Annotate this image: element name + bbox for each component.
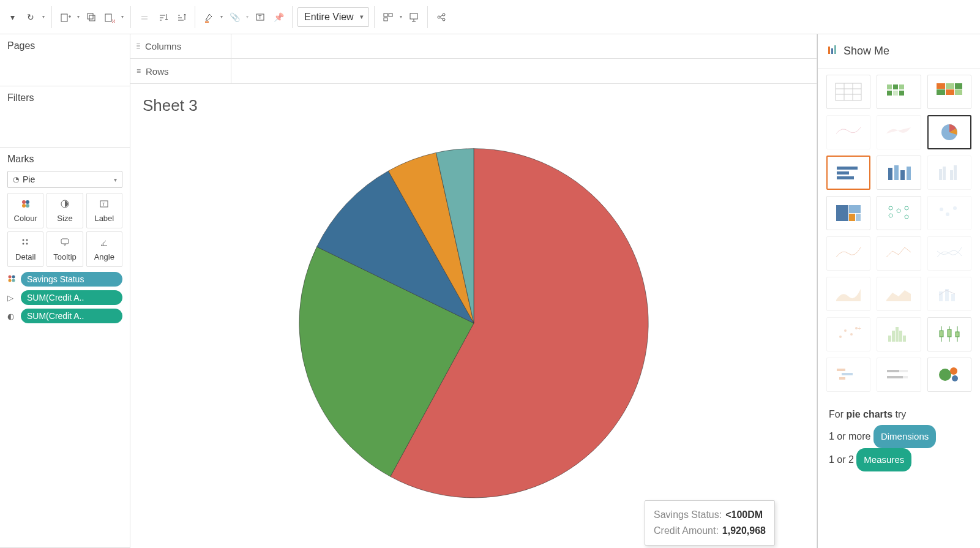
sm-scatter[interactable]: + (826, 317, 870, 351)
toolbar-separator (427, 6, 428, 28)
clear-sheet-icon[interactable] (101, 9, 118, 26)
label-icon: T (99, 199, 109, 211)
mark-type-dropdown[interactable]: ◔ Pie (7, 171, 122, 188)
pin-icon[interactable]: 📌 (270, 9, 287, 26)
show-me-icon (828, 45, 837, 57)
sm-stacked-bar[interactable] (877, 156, 921, 190)
toolbar-caret-icon[interactable]: ▾ (4, 9, 21, 26)
show-me-grid: + (818, 69, 980, 398)
pie-chart[interactable] (293, 143, 654, 504)
columns-drop-zone[interactable] (231, 34, 817, 58)
svg-rect-49 (887, 91, 892, 96)
presentation-icon[interactable] (405, 9, 422, 26)
new-sheet-icon[interactable] (57, 9, 74, 26)
svg-rect-61 (837, 176, 854, 179)
filters-shelf[interactable]: Filters (0, 86, 130, 148)
svg-rect-53 (946, 83, 954, 89)
viz-canvas[interactable]: Sheet 3 Savings Status: <100DM Credit Am… (130, 84, 817, 548)
pill-sum-credit-angle[interactable]: SUM(Credit A.. (21, 290, 122, 305)
svg-point-34 (9, 275, 12, 278)
pill-sum-credit-size[interactable]: SUM(Credit A.. (21, 309, 122, 323)
new-sheet-drop-icon[interactable]: ▾ (75, 14, 81, 20)
swap-axes-icon[interactable] (136, 9, 153, 26)
mark-tooltip-label: Tooltip (53, 252, 77, 261)
svg-point-30 (26, 239, 28, 241)
sm-heatmap[interactable] (877, 75, 921, 109)
svg-point-22 (22, 200, 26, 204)
share-icon[interactable] (433, 9, 450, 26)
sm-filled-map[interactable] (877, 115, 921, 149)
svg-rect-14 (410, 13, 417, 19)
pill-savings-status[interactable]: Savings Status (21, 272, 122, 287)
sm-side-by-side-bar[interactable] (927, 156, 971, 190)
svg-point-37 (12, 279, 15, 282)
hint-suffix: try (892, 409, 906, 419)
show-me-title: Show Me (843, 45, 889, 58)
sm-side-circle[interactable] (927, 196, 971, 230)
mark-angle-button[interactable]: Angle (86, 231, 122, 267)
rows-shelf[interactable]: ≡Rows (130, 59, 817, 83)
refresh-drop-icon[interactable]: ▾ (40, 14, 47, 20)
sort-asc-icon[interactable] (154, 9, 171, 26)
sm-histogram[interactable] (877, 317, 921, 351)
attach-drop-icon[interactable]: ▾ (244, 14, 250, 20)
show-cards-icon[interactable] (380, 9, 397, 26)
svg-rect-47 (893, 84, 898, 89)
hint-measures-pill: Measures (856, 448, 911, 471)
rows-label: Rows (146, 66, 169, 77)
colour-pill-icon (7, 274, 17, 285)
mark-colour-button[interactable]: Colour (7, 193, 43, 228)
sm-line-disc[interactable] (877, 236, 921, 271)
tooltip-icon (60, 238, 70, 250)
pages-shelf[interactable]: Pages (0, 34, 130, 86)
sort-desc-icon[interactable] (173, 9, 190, 26)
sm-highlight-table[interactable] (927, 75, 971, 109)
svg-point-36 (9, 279, 12, 282)
show-me-header[interactable]: Show Me (818, 34, 980, 69)
label-toggle-icon[interactable]: T (252, 9, 269, 26)
mark-label-button[interactable]: TLabel (86, 193, 122, 228)
mark-tooltip-button[interactable]: Tooltip (47, 231, 83, 267)
sm-dual-line[interactable] (927, 236, 971, 271)
mark-angle-label: Angle (94, 252, 114, 261)
sm-circle-views[interactable] (877, 196, 921, 230)
sm-dual-combo[interactable] (927, 277, 971, 311)
show-cards-drop-icon[interactable]: ▾ (398, 14, 404, 20)
highlight-drop-icon[interactable]: ▾ (219, 14, 225, 20)
sm-symbol-map[interactable] (826, 115, 870, 149)
columns-icon: ⦙⦙⦙ (137, 42, 140, 51)
sm-text-table[interactable] (826, 75, 870, 109)
attach-icon[interactable]: 📎 (226, 9, 243, 26)
mark-type-label: Pie (23, 175, 35, 184)
svg-point-31 (22, 242, 24, 244)
mark-size-button[interactable]: Size (47, 193, 83, 228)
sm-pie[interactable] (927, 115, 971, 149)
highlight-icon[interactable] (200, 9, 217, 26)
fit-dropdown[interactable]: Entire View (297, 7, 369, 27)
svg-rect-90 (888, 336, 891, 342)
sm-treemap[interactable] (826, 196, 870, 230)
sm-gantt[interactable] (826, 358, 870, 392)
columns-shelf[interactable]: ⦙⦙⦙Columns (130, 34, 817, 59)
marks-title: Marks (7, 154, 122, 165)
refresh-icon[interactable]: ↻ (22, 9, 39, 26)
sm-bullet[interactable] (877, 358, 921, 392)
mark-detail-button[interactable]: Detail (7, 231, 43, 267)
mark-detail-label: Detail (15, 252, 36, 261)
svg-rect-40 (834, 45, 836, 54)
svg-rect-46 (887, 84, 892, 89)
sm-box-plot[interactable] (927, 317, 971, 351)
sm-horizontal-bar[interactable] (826, 156, 870, 190)
rows-drop-zone[interactable] (231, 59, 817, 83)
sm-line-cont[interactable] (826, 236, 870, 271)
clear-sheet-drop-icon[interactable]: ▾ (119, 14, 125, 20)
sheet-title[interactable]: Sheet 3 (143, 96, 817, 115)
sm-area-cont[interactable] (826, 277, 870, 311)
svg-rect-72 (849, 214, 855, 221)
duplicate-icon[interactable] (83, 9, 100, 26)
sm-area-disc[interactable] (877, 277, 921, 311)
svg-rect-38 (828, 47, 830, 54)
svg-rect-4 (89, 15, 95, 21)
sm-packed-bubbles[interactable] (927, 358, 971, 392)
svg-rect-69 (954, 165, 957, 180)
